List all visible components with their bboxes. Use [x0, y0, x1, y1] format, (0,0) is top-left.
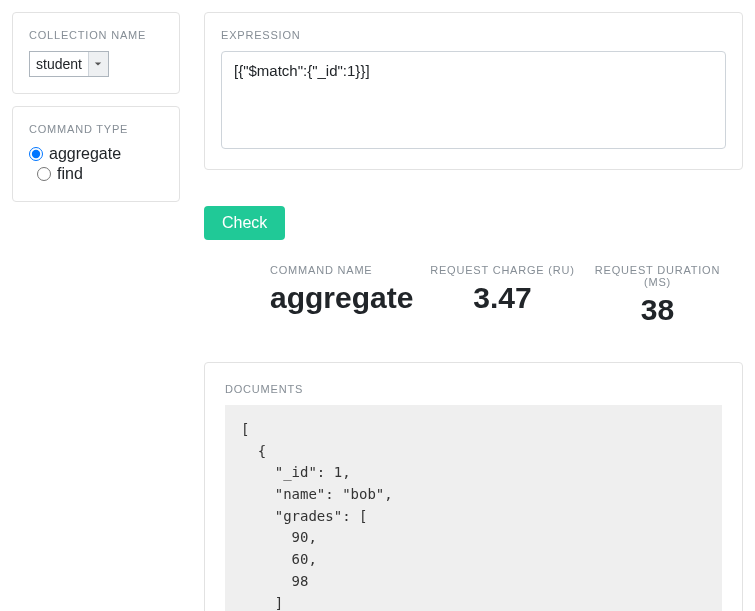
stat-command-name-label: COMMAND NAME	[270, 264, 425, 276]
collection-name-label: COLLECTION NAME	[29, 29, 163, 41]
expression-label: EXPRESSION	[221, 29, 726, 41]
stats-row: COMMAND NAME aggregate REQUEST CHARGE (R…	[204, 264, 743, 346]
stat-request-charge: REQUEST CHARGE (RU) 3.47	[425, 264, 580, 328]
radio-find-label: find	[57, 165, 83, 183]
collection-select-value: student	[30, 56, 88, 72]
command-type-radio-group: aggregate find	[29, 145, 163, 183]
collection-select[interactable]: student	[29, 51, 109, 77]
stat-request-charge-value: 3.47	[425, 280, 580, 316]
stat-command-name: COMMAND NAME aggregate	[212, 264, 425, 328]
expression-input[interactable]	[221, 51, 726, 149]
stat-request-duration-label: REQUEST DURATION (MS)	[580, 264, 735, 288]
radio-aggregate-label: aggregate	[49, 145, 121, 163]
collection-name-panel: COLLECTION NAME student	[12, 12, 180, 94]
documents-panel: DOCUMENTS [ { "_id": 1, "name": "bob", "…	[204, 362, 743, 611]
documents-output: [ { "_id": 1, "name": "bob", "grades": […	[225, 405, 722, 611]
radio-aggregate-input[interactable]	[29, 147, 43, 161]
stat-request-duration-value: 38	[580, 292, 735, 328]
command-type-label: COMMAND TYPE	[29, 123, 163, 135]
check-button[interactable]: Check	[204, 206, 285, 240]
radio-find[interactable]: find	[29, 165, 163, 183]
chevron-down-icon	[88, 52, 108, 76]
stat-request-duration: REQUEST DURATION (MS) 38	[580, 264, 735, 328]
stat-request-charge-label: REQUEST CHARGE (RU)	[425, 264, 580, 276]
stat-command-name-value: aggregate	[270, 280, 425, 316]
expression-panel: EXPRESSION	[204, 12, 743, 170]
documents-label: DOCUMENTS	[225, 383, 722, 395]
radio-aggregate[interactable]: aggregate	[29, 145, 163, 163]
command-type-panel: COMMAND TYPE aggregate find	[12, 106, 180, 202]
radio-find-input[interactable]	[37, 167, 51, 181]
